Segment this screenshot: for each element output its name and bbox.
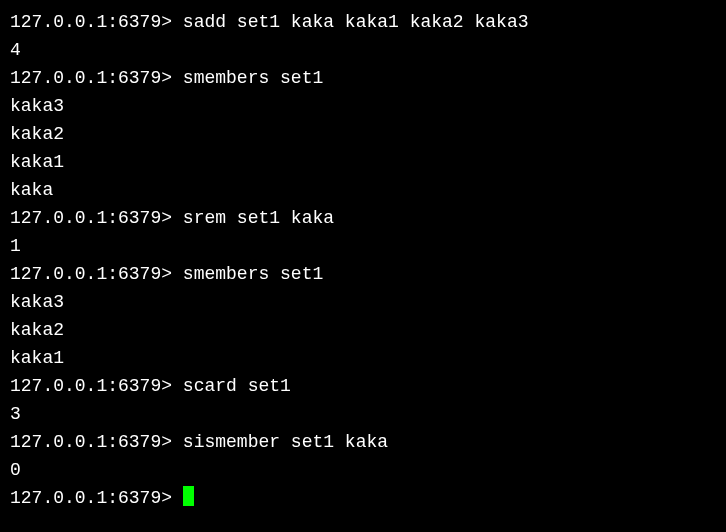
output-text: kaka3 — [10, 292, 64, 312]
prompt-text: 127.0.0.1:6379> — [10, 68, 183, 88]
terminal-command-line: 127.0.0.1:6379> sadd set1 kaka kaka1 kak… — [10, 8, 716, 36]
prompt-text: 127.0.0.1:6379> — [10, 376, 183, 396]
output-text: kaka3 — [10, 96, 64, 116]
prompt-text: 127.0.0.1:6379> — [10, 12, 183, 32]
terminal-output-line: kaka3 — [10, 288, 716, 316]
terminal-output-line: kaka2 — [10, 316, 716, 344]
output-text: 1 — [10, 236, 21, 256]
terminal-command-line: 127.0.0.1:6379> smembers set1 — [10, 260, 716, 288]
prompt-text: 127.0.0.1:6379> — [10, 488, 183, 508]
output-text: kaka1 — [10, 348, 64, 368]
terminal-command-line: 127.0.0.1:6379> smembers set1 — [10, 64, 716, 92]
terminal-output-line: kaka1 — [10, 148, 716, 176]
prompt-text: 127.0.0.1:6379> — [10, 208, 183, 228]
command-text: smembers set1 — [183, 68, 323, 88]
output-text: kaka2 — [10, 124, 64, 144]
terminal-output-line: 1 — [10, 232, 716, 260]
terminal-output-line: kaka2 — [10, 120, 716, 148]
terminal-output-line: kaka — [10, 176, 716, 204]
terminal-output-line: kaka1 — [10, 344, 716, 372]
terminal-output-line: 3 — [10, 400, 716, 428]
command-text: srem set1 kaka — [183, 208, 334, 228]
output-text: 0 — [10, 460, 21, 480]
output-text: kaka1 — [10, 152, 64, 172]
terminal-output: 127.0.0.1:6379> sadd set1 kaka kaka1 kak… — [10, 8, 716, 484]
command-text: scard set1 — [183, 376, 291, 396]
command-text: smembers set1 — [183, 264, 323, 284]
terminal-output-line: 4 — [10, 36, 716, 64]
command-text: sadd set1 kaka kaka1 kaka2 kaka3 — [183, 12, 529, 32]
output-text: kaka2 — [10, 320, 64, 340]
terminal-output-line: 0 — [10, 456, 716, 484]
command-text: sismember set1 kaka — [183, 432, 388, 452]
prompt-text: 127.0.0.1:6379> — [10, 264, 183, 284]
output-text: kaka — [10, 180, 53, 200]
output-text: 4 — [10, 40, 21, 60]
terminal-command-line: 127.0.0.1:6379> sismember set1 kaka — [10, 428, 716, 456]
terminal-input-line[interactable]: 127.0.0.1:6379> — [10, 484, 716, 512]
terminal-command-line: 127.0.0.1:6379> scard set1 — [10, 372, 716, 400]
terminal-output-line: kaka3 — [10, 92, 716, 120]
output-text: 3 — [10, 404, 21, 424]
cursor-icon — [183, 486, 194, 506]
terminal-command-line: 127.0.0.1:6379> srem set1 kaka — [10, 204, 716, 232]
prompt-text: 127.0.0.1:6379> — [10, 432, 183, 452]
